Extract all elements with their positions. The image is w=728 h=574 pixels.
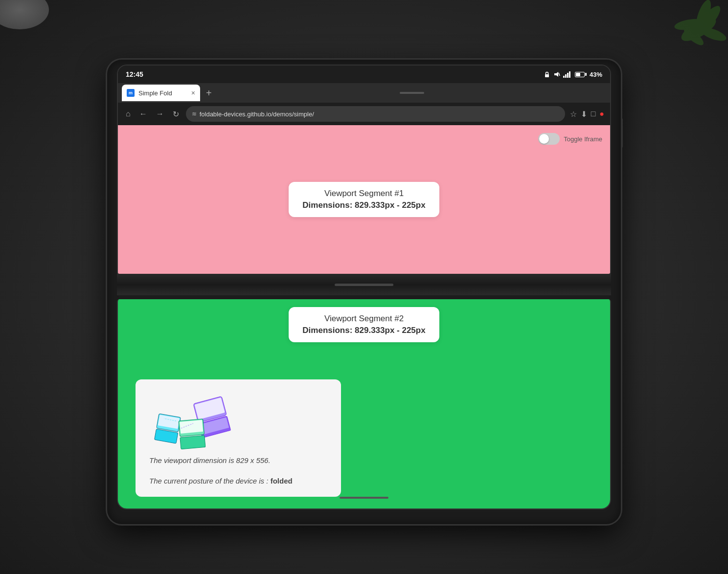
- home-button[interactable]: ⌂: [124, 108, 133, 120]
- battery-icon: [575, 72, 587, 77]
- posture-value: folded: [271, 477, 293, 485]
- mute-icon: [553, 71, 560, 78]
- browser-chrome: 12:45: [118, 66, 610, 274]
- drag-handle-area: [218, 92, 606, 94]
- toolbar-actions: ☆ ⬇ □ ●: [570, 110, 604, 119]
- status-bar: 12:45: [118, 66, 610, 83]
- url-text: foldable-devices.github.io/demos/simple/: [200, 110, 314, 118]
- lock-icon: [544, 71, 550, 78]
- bookmark-icon[interactable]: ☆: [570, 110, 577, 119]
- foldable-device: 12:45: [107, 60, 621, 524]
- viewport-segment-1-area: Toggle Iframe Viewport Segment #1 Dimens…: [118, 125, 610, 274]
- battery-percentage: 43%: [590, 71, 602, 78]
- tab-title: Simple Fold: [138, 89, 172, 97]
- tab-favicon: m: [127, 89, 135, 97]
- tab-bar: m Simple Fold × +: [118, 83, 610, 103]
- viewport-segment-1-card: Viewport Segment #1 Dimensions: 829.333p…: [289, 182, 439, 217]
- svg-rect-22: [180, 436, 205, 449]
- svg-line-8: [559, 73, 560, 76]
- svg-rect-21: [180, 420, 203, 434]
- hinge-bar: [335, 284, 393, 286]
- time-display: 12:45: [126, 70, 143, 78]
- bottom-nav-area: [128, 496, 600, 499]
- viewport-segment-2-card: Viewport Segment #2 Dimensions: 829.333p…: [289, 307, 439, 342]
- svg-rect-12: [569, 71, 570, 78]
- address-bar: ⌂ ← → ↻ ≋ foldable-devices.github.io/dem…: [118, 103, 610, 125]
- plant-decoration: [640, 0, 728, 59]
- svg-rect-11: [567, 73, 569, 78]
- segment-1-title: Viewport Segment #1: [302, 189, 425, 199]
- device-info-card: The viewport dimension is 829 x 556. The…: [136, 379, 341, 497]
- toggle-iframe-switch[interactable]: [538, 133, 560, 145]
- segment-2-title: Viewport Segment #2: [302, 314, 425, 324]
- record-icon[interactable]: ●: [599, 110, 604, 118]
- tab-grid-icon[interactable]: □: [591, 110, 596, 118]
- laptop-illustration: [149, 389, 247, 453]
- url-bar[interactable]: ≋ foldable-devices.github.io/demos/simpl…: [186, 106, 565, 122]
- device-hinge: [117, 274, 611, 295]
- device-bottom-half: Viewport Segment #2 Dimensions: 829.333p…: [117, 299, 611, 509]
- back-button[interactable]: ←: [137, 108, 149, 120]
- home-indicator: [340, 497, 388, 499]
- device-posture-text: The current posture of the device is : f…: [149, 475, 327, 487]
- new-tab-button[interactable]: +: [202, 88, 216, 99]
- svg-rect-9: [563, 76, 565, 78]
- svg-rect-6: [545, 74, 549, 77]
- active-tab[interactable]: m Simple Fold ×: [122, 85, 200, 101]
- side-button: [621, 118, 623, 148]
- forward-button[interactable]: →: [154, 108, 166, 120]
- viewport-segment-2-area: Viewport Segment #2 Dimensions: 829.333p…: [118, 299, 610, 508]
- signal-icon: [563, 71, 572, 78]
- refresh-button[interactable]: ↻: [171, 108, 181, 121]
- download-icon[interactable]: ⬇: [581, 110, 587, 119]
- device-top-half: 12:45: [117, 65, 611, 275]
- toggle-iframe-area: Toggle Iframe: [538, 133, 602, 145]
- tab-close-button[interactable]: ×: [191, 89, 195, 97]
- status-icons: 43%: [544, 71, 602, 78]
- drag-handle: [400, 92, 424, 94]
- segment-2-dimensions: Dimensions: 829.333px - 225px: [302, 326, 425, 335]
- site-settings-icon: ≋: [192, 110, 197, 117]
- toggle-thumb: [539, 134, 549, 144]
- svg-rect-10: [565, 74, 567, 78]
- viewport-dimension-text: The viewport dimension is 829 x 556.: [149, 455, 327, 466]
- toggle-iframe-label: Toggle Iframe: [564, 135, 602, 143]
- svg-marker-7: [554, 72, 558, 77]
- segment-1-dimensions: Dimensions: 829.333px - 225px: [302, 200, 425, 210]
